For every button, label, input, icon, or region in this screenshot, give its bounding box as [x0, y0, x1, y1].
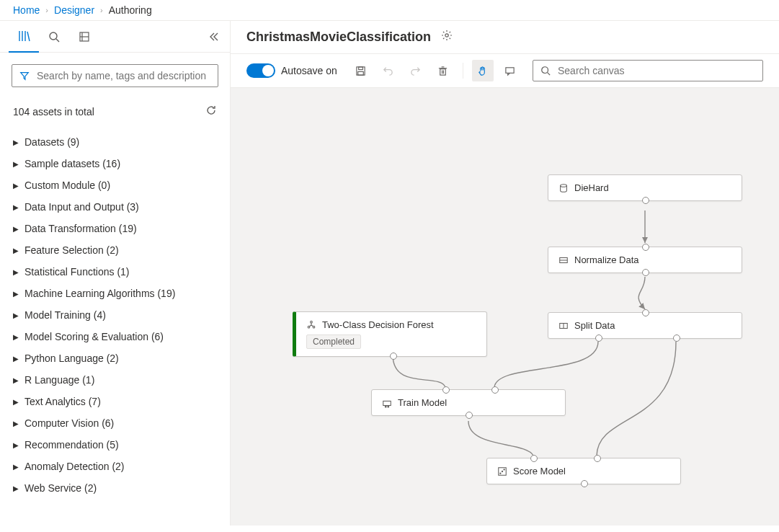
node-label: DieHard — [574, 182, 609, 193]
tree-item[interactable]: ▶Machine Learning Algorithms (19) — [4, 283, 226, 304]
score-icon — [497, 466, 507, 476]
tree-item-label: Feature Selection (2) — [25, 244, 119, 256]
node-label: Train Model — [398, 397, 447, 408]
svg-line-5 — [56, 39, 59, 42]
output-port[interactable] — [466, 412, 473, 419]
tree-item-label: Data Transformation (19) — [25, 223, 137, 234]
settings-button[interactable] — [441, 30, 453, 45]
canvas-search-box[interactable] — [533, 60, 763, 81]
delete-button[interactable] — [432, 60, 454, 81]
algorithm-icon — [306, 320, 316, 330]
input-port[interactable] — [594, 455, 601, 462]
node-two-class-forest[interactable]: Two-Class Decision Forest Completed — [293, 311, 487, 357]
chevron-right-icon: › — [100, 6, 103, 14]
input-port[interactable] — [530, 455, 538, 462]
pipeline-canvas[interactable]: DieHard Normalize Data Split Data — [231, 88, 779, 526]
tree-item-label: Sample datasets (16) — [25, 158, 120, 169]
train-icon — [382, 398, 392, 408]
chevron-right-icon: ▶ — [13, 225, 19, 233]
hand-icon — [477, 66, 488, 76]
comment-button[interactable] — [499, 60, 521, 81]
breadcrumb-home[interactable]: Home — [13, 4, 40, 16]
collapse-sidebar-button[interactable] — [208, 21, 220, 53]
tab-search[interactable] — [39, 21, 69, 53]
tree-item[interactable]: ▶Custom Module (0) — [4, 174, 226, 196]
input-port[interactable] — [642, 309, 649, 316]
input-port[interactable] — [442, 386, 450, 394]
filter-icon — [19, 71, 30, 81]
toolbar-divider — [463, 63, 463, 79]
tree-item[interactable]: ▶Statistical Functions (1) — [4, 261, 226, 283]
output-port[interactable] — [673, 334, 680, 342]
asset-search-box[interactable] — [12, 64, 218, 87]
svg-point-20 — [542, 67, 548, 74]
chevron-double-left-icon — [208, 31, 220, 43]
tree-item[interactable]: ▶Web Service (2) — [4, 477, 226, 499]
tree-item[interactable]: ▶Feature Selection (2) — [4, 239, 226, 261]
asset-tree: ▶Datasets (9) ▶Sample datasets (16) ▶Cus… — [0, 124, 230, 526]
tree-item[interactable]: ▶R Language (1) — [4, 369, 226, 391]
refresh-icon — [205, 105, 217, 116]
tree-item[interactable]: ▶Model Scoring & Evaluation (6) — [4, 326, 226, 347]
pan-button[interactable] — [472, 60, 494, 81]
svg-line-21 — [548, 73, 551, 76]
tree-item[interactable]: ▶Datasets (9) — [4, 131, 226, 153]
refresh-button[interactable] — [205, 105, 217, 118]
breadcrumb-current: Authoring — [109, 4, 152, 16]
tree-item-label: Anomaly Detection (2) — [25, 461, 125, 472]
tree-item-label: Model Training (4) — [25, 309, 106, 321]
dataset-icon — [558, 183, 569, 193]
breadcrumb-designer[interactable]: Designer — [54, 4, 94, 16]
asset-search-input[interactable] — [35, 69, 210, 82]
output-port[interactable] — [581, 480, 588, 487]
canvas-search-input[interactable] — [556, 64, 755, 77]
input-port[interactable] — [642, 244, 649, 251]
search-icon — [540, 66, 551, 76]
node-split[interactable]: Split Data — [548, 312, 742, 339]
node-label: Score Model — [513, 466, 566, 476]
svg-marker-9 — [21, 73, 29, 80]
undo-button[interactable] — [378, 60, 399, 81]
save-button[interactable] — [350, 60, 372, 81]
chevron-right-icon: ▶ — [13, 463, 19, 471]
node-label: Normalize Data — [574, 254, 639, 265]
components-icon — [79, 31, 90, 43]
asset-sidebar: 104 assets in total ▶Datasets (9) ▶Sampl… — [0, 21, 231, 526]
tree-item[interactable]: ▶Python Language (2) — [4, 347, 226, 369]
input-port[interactable] — [491, 386, 499, 394]
tree-item[interactable]: ▶Sample datasets (16) — [4, 153, 226, 174]
svg-point-10 — [445, 34, 448, 37]
tree-item-label: Web Service (2) — [25, 482, 97, 494]
node-train[interactable]: Train Model — [371, 389, 566, 416]
tree-item-label: Text Analytics (7) — [25, 396, 101, 407]
output-port[interactable] — [642, 269, 649, 276]
output-port[interactable] — [595, 334, 602, 342]
node-score[interactable]: Score Model — [486, 458, 681, 484]
svg-point-27 — [311, 321, 313, 323]
chevron-right-icon: ▶ — [13, 441, 19, 449]
chevron-right-icon: ▶ — [13, 376, 19, 384]
comment-icon — [504, 66, 515, 76]
redo-button[interactable] — [405, 60, 427, 81]
autosave-toggle[interactable] — [246, 63, 275, 78]
tab-library[interactable] — [9, 21, 39, 53]
tree-item[interactable]: ▶Model Training (4) — [4, 304, 226, 326]
tree-item[interactable]: ▶Recommendation (5) — [4, 434, 226, 456]
svg-rect-19 — [506, 67, 514, 73]
search-icon — [48, 31, 60, 43]
svg-point-31 — [385, 406, 386, 407]
output-port[interactable] — [390, 353, 397, 360]
node-normalize[interactable]: Normalize Data — [548, 247, 742, 273]
tree-item[interactable]: ▶Text Analytics (7) — [4, 391, 226, 412]
node-diehard[interactable]: DieHard — [548, 174, 742, 201]
tree-item[interactable]: ▶Data Input and Output (3) — [4, 196, 226, 218]
tree-item-label: Data Input and Output (3) — [25, 201, 139, 213]
tree-item-label: Datasets (9) — [25, 136, 79, 148]
tab-components[interactable] — [69, 21, 99, 53]
tree-item-label: Statistical Functions (1) — [25, 266, 130, 278]
tree-item[interactable]: ▶Computer Vision (6) — [4, 412, 226, 434]
output-port[interactable] — [642, 197, 649, 204]
tree-item[interactable]: ▶Anomaly Detection (2) — [4, 456, 226, 477]
tree-item[interactable]: ▶Data Transformation (19) — [4, 218, 226, 239]
chevron-right-icon: ▶ — [13, 203, 19, 211]
